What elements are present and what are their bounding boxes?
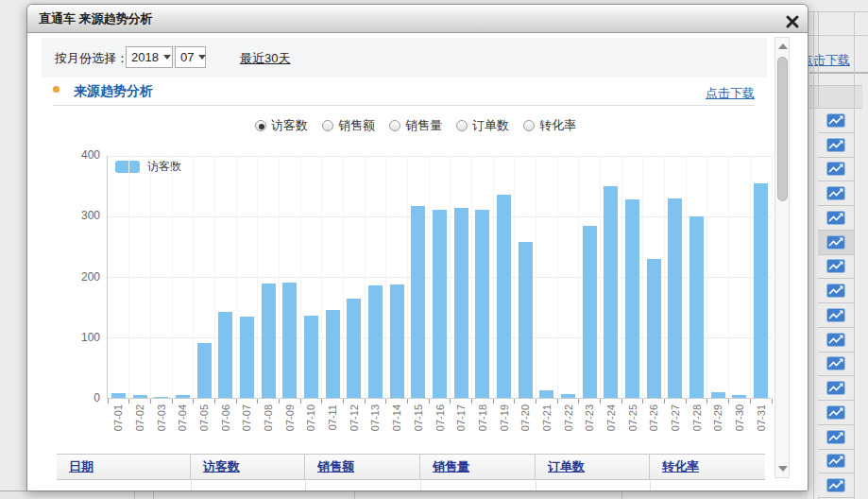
dialog-scrollbar[interactable] xyxy=(774,37,790,478)
bar-07-31[interactable] xyxy=(754,183,768,398)
bar-07-06[interactable] xyxy=(218,312,232,398)
table-header-link[interactable]: 订单数 xyxy=(548,459,585,473)
bar-07-22[interactable] xyxy=(561,394,575,398)
background-table-row xyxy=(818,425,854,450)
metric-radio-转化率[interactable]: 转化率 xyxy=(523,117,576,134)
trend-chart-icon[interactable] xyxy=(826,478,845,492)
trend-chart-icon[interactable] xyxy=(826,259,845,273)
download-link[interactable]: 点击下载 xyxy=(706,85,755,102)
table-header-link[interactable]: 转化率 xyxy=(662,459,699,473)
background-table-column: 点击下载 xyxy=(808,0,868,499)
bar-07-19[interactable] xyxy=(497,195,511,398)
v-gridline xyxy=(664,156,665,399)
trend-chart-icon[interactable] xyxy=(826,356,845,370)
metric-radio-销售量[interactable]: 销售量 xyxy=(389,117,442,134)
bar-07-03[interactable] xyxy=(154,397,168,398)
metric-radio-销售额[interactable]: 销售额 xyxy=(322,117,375,134)
trend-chart-icon[interactable] xyxy=(826,138,845,152)
bar-07-21[interactable] xyxy=(539,390,553,398)
v-gridline xyxy=(429,156,430,399)
table-header-日期[interactable]: 日期 xyxy=(57,455,191,479)
x-axis-label: 07-15 xyxy=(413,404,424,442)
bar-07-12[interactable] xyxy=(347,299,361,398)
legend-label: 访客数 xyxy=(147,159,181,175)
bar-07-05[interactable] xyxy=(197,343,212,398)
bar-07-07[interactable] xyxy=(240,317,254,398)
trend-chart-icon[interactable] xyxy=(826,211,845,225)
metric-radio-label: 销售量 xyxy=(405,117,442,134)
month-filter-label: 按月份选择： xyxy=(55,50,128,67)
trend-chart-icon[interactable] xyxy=(826,162,845,176)
bar-07-29[interactable] xyxy=(711,392,725,398)
table-header-订单数[interactable]: 订单数 xyxy=(536,455,650,479)
trend-chart-icon[interactable] xyxy=(826,405,845,420)
radio-icon[interactable] xyxy=(389,120,400,131)
table-header-销售量[interactable]: 销售量 xyxy=(420,455,536,479)
bar-07-25[interactable] xyxy=(625,199,639,398)
bar-07-04[interactable] xyxy=(176,395,190,398)
trend-chart-icon[interactable] xyxy=(826,308,845,322)
dialog-titlebar[interactable]: 直通车 来源趋势分析 xyxy=(27,5,808,33)
trend-chart-icon[interactable] xyxy=(826,430,845,444)
radio-icon[interactable] xyxy=(255,120,266,131)
bar-07-24[interactable] xyxy=(604,186,618,398)
trend-chart-icon[interactable] xyxy=(826,113,845,128)
trend-chart-icon[interactable] xyxy=(826,381,845,395)
close-icon[interactable] xyxy=(785,11,800,26)
metric-radio-订单数[interactable]: 订单数 xyxy=(456,117,509,134)
bar-07-18[interactable] xyxy=(475,210,489,398)
table-header-link[interactable]: 销售量 xyxy=(433,459,469,473)
trend-chart-icon[interactable] xyxy=(826,284,845,298)
trend-chart-icon[interactable] xyxy=(826,235,845,250)
bar-07-26[interactable] xyxy=(647,259,661,398)
trend-chart-icon[interactable] xyxy=(826,454,845,468)
recent-30-days-link[interactable]: 最近30天 xyxy=(240,50,290,67)
bar-07-13[interactable] xyxy=(368,285,383,398)
y-axis-label: 200 xyxy=(60,270,100,284)
table-header-销售额[interactable]: 销售额 xyxy=(305,455,420,479)
radio-icon[interactable] xyxy=(523,120,535,131)
v-gridline xyxy=(279,156,280,399)
bar-07-28[interactable] xyxy=(689,216,704,398)
bar-07-14[interactable] xyxy=(390,284,404,398)
trend-chart-icon[interactable] xyxy=(826,333,845,347)
bar-07-23[interactable] xyxy=(583,226,597,398)
bar-07-10[interactable] xyxy=(304,316,318,398)
v-gridline xyxy=(236,156,237,399)
bar-07-09[interactable] xyxy=(282,283,297,398)
detail-table-header: 日期访客数销售额销售量订单数转化率 xyxy=(57,454,765,480)
bar-07-08[interactable] xyxy=(262,284,276,398)
radio-icon[interactable] xyxy=(322,120,333,131)
bar-07-27[interactable] xyxy=(668,198,682,398)
x-axis-label: 07-08 xyxy=(263,404,274,442)
scroll-down-icon[interactable] xyxy=(778,466,788,472)
trend-chart-icon[interactable] xyxy=(826,186,845,200)
bar-07-02[interactable] xyxy=(133,395,147,398)
bar-07-20[interactable] xyxy=(519,242,533,398)
table-header-link[interactable]: 销售额 xyxy=(317,459,354,473)
v-gridline xyxy=(493,156,494,399)
month-select-value: 07 xyxy=(180,50,194,64)
h-gridline xyxy=(108,156,772,157)
table-header-link[interactable]: 访客数 xyxy=(203,459,240,473)
x-axis-tick xyxy=(407,399,408,404)
bar-07-15[interactable] xyxy=(411,206,425,398)
x-axis-tick xyxy=(150,399,151,404)
year-select[interactable]: 2018 xyxy=(126,46,173,68)
bar-07-16[interactable] xyxy=(433,210,447,398)
table-header-访客数[interactable]: 访客数 xyxy=(191,455,305,479)
month-select[interactable]: 07 xyxy=(175,46,206,68)
bar-07-11[interactable] xyxy=(326,310,340,398)
scroll-up-icon[interactable] xyxy=(778,43,788,49)
metric-radio-访客数[interactable]: 访客数 xyxy=(255,117,308,134)
table-header-link[interactable]: 日期 xyxy=(69,459,94,473)
scrollbar-thumb[interactable] xyxy=(777,57,788,201)
v-gridline xyxy=(150,156,151,399)
radio-icon[interactable] xyxy=(456,120,468,131)
background-table-row xyxy=(818,473,854,498)
bar-07-30[interactable] xyxy=(732,395,746,398)
bar-07-01[interactable] xyxy=(111,393,126,398)
bar-07-17[interactable] xyxy=(454,208,468,398)
table-header-转化率[interactable]: 转化率 xyxy=(650,455,765,479)
v-gridline xyxy=(128,156,129,399)
